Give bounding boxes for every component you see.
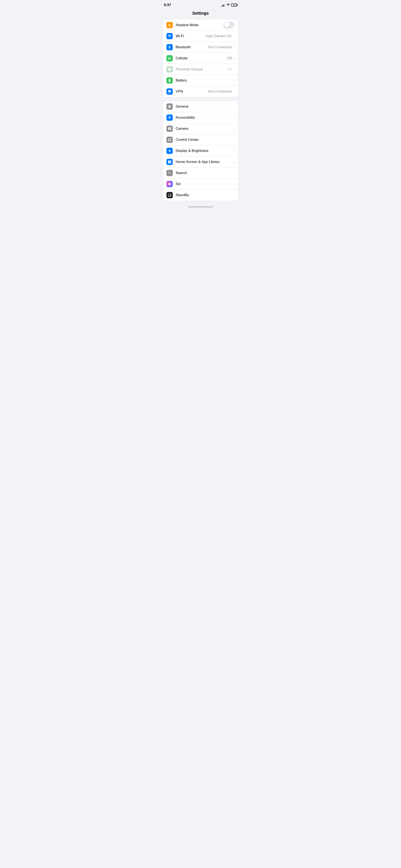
airplane-mode-content: Airplane Mode <box>176 22 235 28</box>
home-screen-chevron: › <box>234 160 235 164</box>
personal-hotspot-label: Personal Hotspot <box>176 67 203 71</box>
personal-hotspot-row[interactable]: Personal Hotspot Off › <box>163 64 238 75</box>
vpn-label: VPN <box>176 89 183 94</box>
wifi-row[interactable]: Wi-Fi High Garden-5G › <box>163 31 238 42</box>
svg-rect-1 <box>170 138 171 140</box>
display-brightness-icon <box>166 148 173 154</box>
control-center-chevron: › <box>234 138 235 142</box>
battery-content: Battery › <box>176 78 235 83</box>
bluetooth-row[interactable]: Bluetooth Not Connected › <box>163 42 238 53</box>
home-screen-icon <box>166 159 173 165</box>
battery-label: Battery <box>176 78 187 83</box>
standby-row[interactable]: StandBy › <box>163 190 238 200</box>
siri-label: Siri <box>176 182 181 186</box>
standby-label: StandBy <box>176 193 189 197</box>
bluetooth-chevron: › <box>234 45 235 49</box>
status-bar: 6:37 42 <box>160 0 241 9</box>
svg-rect-6 <box>168 162 169 163</box>
general-chevron: › <box>234 105 235 108</box>
home-bar <box>188 207 213 208</box>
vpn-chevron: › <box>234 90 235 93</box>
svg-rect-4 <box>168 160 169 162</box>
search-content: Search › <box>176 171 235 175</box>
system-group: General › Accessibility › Camera › Contr… <box>163 101 238 200</box>
control-center-row[interactable]: Control Center › <box>163 134 238 146</box>
camera-content: Camera › <box>176 127 235 131</box>
control-center-content: Control Center › <box>176 138 235 142</box>
bluetooth-label: Bluetooth <box>176 45 191 49</box>
signal-bars-icon <box>221 4 225 6</box>
wifi-content: Wi-Fi High Garden-5G › <box>176 34 235 38</box>
camera-row[interactable]: Camera › <box>163 123 238 134</box>
airplane-mode-label: Airplane Mode <box>176 23 198 27</box>
wifi-value: High Garden-5G › <box>206 34 235 38</box>
general-icon <box>166 103 173 110</box>
standby-icon <box>166 192 173 198</box>
status-time: 6:37 <box>164 3 171 7</box>
search-icon <box>166 170 173 176</box>
bluetooth-content: Bluetooth Not Connected › <box>176 45 235 49</box>
accessibility-chevron: › <box>234 116 235 120</box>
accessibility-content: Accessibility › <box>176 116 235 120</box>
accessibility-icon <box>166 115 173 121</box>
wifi-label: Wi-Fi <box>176 34 184 38</box>
connectivity-group: Airplane Mode Wi-Fi High Garden-5G › Blu… <box>163 20 238 97</box>
svg-rect-3 <box>170 140 171 141</box>
display-brightness-content: Display & Brightness › <box>176 149 235 153</box>
general-content: General › <box>176 104 235 108</box>
search-label: Search <box>176 171 187 175</box>
wifi-settings-icon <box>166 33 173 39</box>
home-screen-row[interactable]: Home Screen & App Library › <box>163 156 238 167</box>
wifi-chevron: › <box>234 34 235 38</box>
standby-chevron: › <box>234 193 235 197</box>
home-screen-label: Home Screen & App Library <box>176 160 220 164</box>
accessibility-row[interactable]: Accessibility › <box>163 112 238 123</box>
camera-chevron: › <box>234 127 235 130</box>
search-chevron: › <box>234 171 235 175</box>
cellular-row[interactable]: Cellular Off › <box>163 53 238 64</box>
siri-content: Siri › <box>176 182 235 186</box>
airplane-mode-row[interactable]: Airplane Mode <box>163 20 238 31</box>
svg-rect-2 <box>168 140 169 141</box>
siri-chevron: › <box>234 182 235 186</box>
siri-row[interactable]: Siri › <box>163 179 238 190</box>
cellular-icon <box>166 55 173 61</box>
cellular-content: Cellular Off › <box>176 56 235 60</box>
airplane-mode-toggle[interactable] <box>224 22 235 28</box>
camera-label: Camera <box>176 127 188 131</box>
wifi-icon <box>226 3 230 7</box>
vpn-value: Not Connected › <box>208 89 235 94</box>
status-icons: 42 <box>221 3 237 7</box>
battery-row[interactable]: Battery › <box>163 75 238 86</box>
vpn-icon <box>166 88 173 95</box>
standby-content: StandBy › <box>176 193 235 197</box>
svg-rect-0 <box>168 138 169 140</box>
bluetooth-value: Not Connected › <box>208 45 235 49</box>
personal-hotspot-value: Off › <box>227 67 235 71</box>
siri-icon <box>166 181 173 187</box>
vpn-content: VPN Not Connected › <box>176 89 235 94</box>
personal-hotspot-chevron: › <box>234 67 235 71</box>
camera-icon <box>166 126 173 132</box>
cellular-value: Off › <box>227 56 235 60</box>
bluetooth-icon <box>166 44 173 50</box>
airplane-mode-icon <box>166 22 173 28</box>
control-center-icon <box>166 136 173 143</box>
svg-rect-5 <box>170 160 171 162</box>
general-row[interactable]: General › <box>163 101 238 112</box>
vpn-row[interactable]: VPN Not Connected › <box>163 86 238 97</box>
battery-chevron: › <box>234 79 235 82</box>
display-brightness-row[interactable]: Display & Brightness › <box>163 146 238 156</box>
home-indicator <box>160 205 241 209</box>
cellular-chevron: › <box>234 56 235 60</box>
battery-icon <box>166 77 173 84</box>
accessibility-label: Accessibility <box>176 116 195 120</box>
personal-hotspot-icon <box>166 66 173 72</box>
cellular-label: Cellular <box>176 56 188 60</box>
display-brightness-chevron: › <box>234 149 235 153</box>
svg-rect-7 <box>170 162 171 163</box>
battery-status-icon: 42 <box>231 4 237 6</box>
display-brightness-label: Display & Brightness <box>176 149 209 153</box>
search-row[interactable]: Search › <box>163 167 238 179</box>
page-title: Settings <box>160 9 241 20</box>
